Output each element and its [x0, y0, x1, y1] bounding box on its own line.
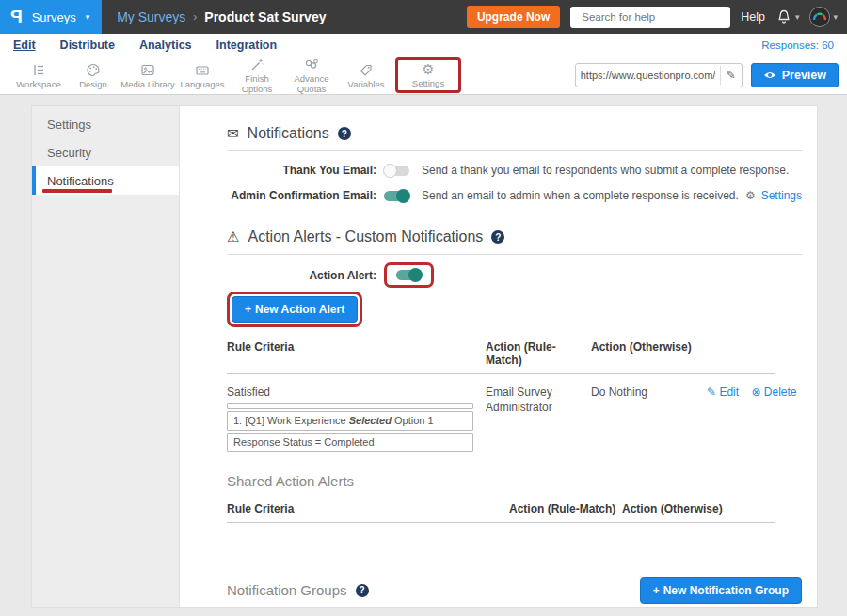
notifications-panel: ✉ Notifications ? Thank You Email: Send … — [180, 106, 817, 607]
delete-icon: ⊗ — [751, 386, 760, 399]
column-header-rule-criteria: Rule Criteria — [227, 336, 486, 373]
help-link[interactable]: Help — [741, 10, 765, 24]
sidebar-item-notifications[interactable]: Notifications — [32, 166, 179, 195]
new-action-alert-highlight-annotation: +New Action Alert — [227, 292, 362, 327]
toolbar-item-label: Media Library — [120, 79, 175, 89]
row-actions: ✎ Edit ⊗ Delete — [697, 374, 797, 452]
help-question-icon[interactable]: ? — [491, 230, 504, 244]
tab-edit[interactable]: Edit — [13, 39, 36, 52]
toolbar-item-workspace[interactable]: Workspace — [11, 62, 66, 89]
breadcrumb: My Surveys › Product Sat Survey — [117, 9, 326, 24]
criteria-title: Satisfied — [227, 385, 486, 400]
admin-confirmation-description: Send an email to admin when a complete r… — [422, 189, 739, 202]
notifications-section-header: ✉ Notifications ? — [227, 118, 802, 151]
settings-card: Settings Security Notifications ✉ Notifi… — [31, 105, 818, 608]
tab-distribute[interactable]: Distribute — [60, 39, 115, 52]
survey-url-input[interactable] — [576, 70, 720, 81]
thank-you-email-toggle[interactable] — [384, 166, 409, 176]
new-action-alert-row: +New Action Alert — [227, 292, 802, 327]
criteria-item: Response Status = Completed — [227, 433, 473, 452]
breadcrumb-parent[interactable]: My Surveys — [117, 9, 185, 24]
criteria-item: 1. [Q1] Work Experience Selected Option … — [227, 411, 473, 431]
section-title: Notifications — [248, 125, 329, 142]
preview-button[interactable]: Preview — [751, 63, 839, 87]
shared-alerts-empty — [227, 523, 802, 544]
toolbar-item-design[interactable]: Design — [66, 62, 120, 89]
delete-action[interactable]: ⊗ Delete — [751, 386, 796, 399]
tag-icon — [339, 62, 393, 78]
keyboard-icon — [175, 62, 230, 78]
rule-match-cell: Email Survey Administrator — [486, 374, 591, 452]
toolbar-item-advance-quotas[interactable]: Advance Quotas — [284, 56, 339, 94]
edit-action[interactable]: ✎ Edit — [707, 386, 739, 399]
edit-toolbar: Workspace Design Media Library Languages… — [0, 56, 847, 95]
responses-count[interactable]: Responses: 60 — [761, 39, 834, 51]
media-image-icon — [120, 62, 175, 78]
gear-icon: ⚙ — [401, 61, 455, 77]
toolbar-item-languages[interactable]: Languages — [175, 62, 230, 89]
toolbar-item-media-library[interactable]: Media Library — [120, 62, 175, 89]
chevron-down-icon: ▾ — [833, 12, 838, 22]
product-switcher[interactable]: P Surveys ▾ — [0, 0, 102, 34]
admin-email-settings[interactable]: ⚙ Settings — [745, 189, 802, 202]
toolbar-item-label: Variables — [339, 79, 393, 89]
sidebar-item-settings[interactable]: Settings — [32, 110, 179, 138]
page-background: Settings Security Notifications ✉ Notifi… — [0, 96, 847, 616]
questionpro-logo-icon: P — [10, 7, 23, 27]
sidebar-item-security[interactable]: Security — [32, 138, 179, 166]
edit-label: Edit — [719, 386, 739, 399]
toolbar-item-label: Languages — [175, 79, 230, 89]
thank-you-email-row: Thank You Email: Send a thank you email … — [227, 164, 802, 177]
settings-sidebar: Settings Security Notifications — [32, 106, 180, 607]
top-bar: P Surveys ▾ My Surveys › Product Sat Sur… — [0, 0, 847, 34]
toolbar-item-variables[interactable]: Variables — [339, 62, 393, 89]
action-alert-label: Action Alert: — [227, 269, 376, 282]
toolbar-item-label: Workspace — [11, 79, 66, 89]
new-action-alert-label: New Action Alert — [255, 303, 344, 316]
admin-confirmation-label: Admin Confirmation Email: — [227, 189, 376, 202]
column-header-otherwise: Action (Otherwise) — [622, 498, 735, 522]
notification-groups-header: Notification Groups ? +New Notification … — [227, 577, 802, 604]
toolbar-item-label: Design — [66, 79, 120, 89]
edit-icon: ✎ — [707, 386, 716, 399]
help-search-box[interactable] — [570, 7, 730, 28]
shared-alerts-title: Shared Action Alerts — [227, 473, 802, 489]
new-action-alert-button[interactable]: +New Action Alert — [232, 296, 358, 323]
admin-confirmation-toggle[interactable] — [384, 191, 409, 201]
toolbar-item-settings[interactable]: ⚙ Settings — [401, 61, 455, 88]
topbar-actions: Upgrade Now Help ▾ ▾ — [467, 6, 847, 28]
admin-confirmation-row: Admin Confirmation Email: Send an email … — [227, 189, 802, 202]
column-header-otherwise: Action (Otherwise) — [591, 336, 697, 373]
eye-icon — [763, 71, 776, 80]
new-notification-group-label: New Notification Group — [663, 584, 789, 597]
notifications-highlight-annotation — [42, 189, 112, 193]
notification-groups-title: Notification Groups — [227, 582, 347, 598]
admin-email-settings-link[interactable]: Settings — [761, 189, 802, 202]
edit-url-pencil-icon[interactable]: ✎ — [720, 66, 742, 85]
table-row: Satisfied 1. [Q1] Work Experience Select… — [227, 374, 775, 452]
chevron-down-icon: ▾ — [86, 12, 90, 22]
otherwise-cell: Do Nothing — [591, 374, 697, 452]
envelope-icon: ✉ — [227, 125, 239, 142]
help-search-input[interactable] — [582, 11, 727, 23]
notifications-bell-menu[interactable]: ▾ — [775, 8, 800, 25]
help-question-icon[interactable]: ? — [356, 584, 369, 597]
tab-integration[interactable]: Integration — [216, 39, 278, 52]
tab-analytics[interactable]: Analytics — [139, 39, 192, 52]
plus-icon: + — [245, 303, 251, 316]
new-notification-group-button[interactable]: +New Notification Group — [640, 577, 802, 604]
magic-wand-icon — [230, 56, 284, 72]
sidebar-item-label: Settings — [47, 118, 91, 132]
action-alert-toggle[interactable] — [396, 270, 422, 280]
toolbar-item-label: Advance Quotas — [284, 73, 339, 94]
thank-you-email-description: Send a thank you email to respondents wh… — [422, 164, 789, 177]
upgrade-now-button[interactable]: Upgrade Now — [467, 6, 560, 28]
account-menu[interactable]: ▾ — [809, 7, 838, 27]
chain-links-icon — [284, 56, 339, 72]
column-header-rule-criteria: Rule Criteria — [227, 498, 509, 522]
toolbar-item-finish-options[interactable]: Finish Options — [230, 56, 284, 94]
survey-nav: Edit Distribute Analytics Integration Re… — [0, 34, 847, 56]
help-question-icon[interactable]: ? — [338, 127, 351, 140]
criteria-text: Option 1 — [392, 415, 434, 426]
criteria-empty-strip — [227, 403, 473, 409]
